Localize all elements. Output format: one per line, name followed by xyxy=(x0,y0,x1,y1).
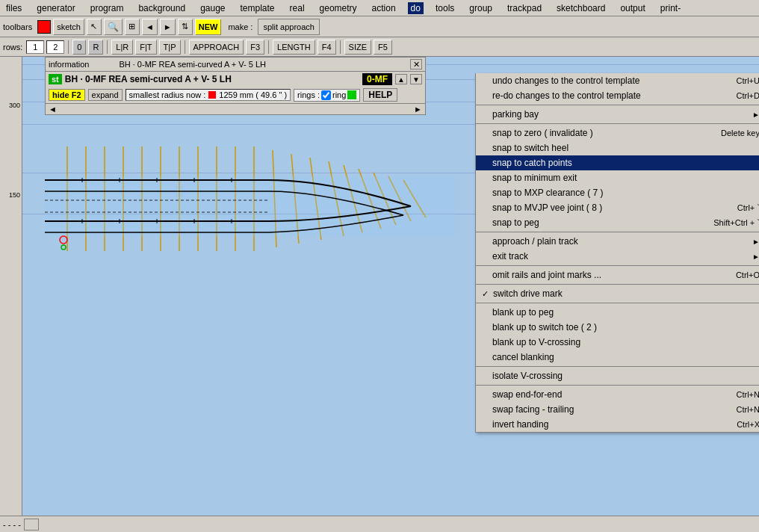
ring-checkbox[interactable] xyxy=(321,90,331,100)
sep-4 xyxy=(476,265,759,266)
menu-snap-catch-label: snap to catch points xyxy=(492,158,572,168)
info-panel-row2: hide F2 expand smallest radius now : 125… xyxy=(46,87,425,103)
info-scroll-up-btn[interactable]: ▲ xyxy=(395,74,407,84)
rows-input-1[interactable] xyxy=(26,40,44,54)
sketch-btn[interactable]: sketch xyxy=(53,19,84,35)
rows-label: rows: xyxy=(3,43,22,52)
new-btn[interactable]: NEW xyxy=(195,19,222,35)
sep-7 xyxy=(476,366,759,367)
color-box[interactable] xyxy=(37,20,51,34)
swap-end-shortcut: Ctrl+N xyxy=(737,390,759,399)
btn-lr[interactable]: L|R xyxy=(111,40,133,55)
sep3 xyxy=(185,40,185,54)
btn-approach[interactable]: APPROACH xyxy=(189,40,244,55)
menu-swap-end[interactable]: swap end-for-end Ctrl+N xyxy=(476,387,759,402)
info-panel-subtitle: BH · 0-MF REA semi-curved A + V- 5 LH xyxy=(119,60,266,69)
menu-real[interactable]: real xyxy=(287,2,308,14)
menu-snap-heel-label: snap to switch heel xyxy=(492,143,569,153)
menu-blank-switch[interactable]: blank up to switch toe ( 2 ) xyxy=(476,320,759,335)
radius-red-square xyxy=(208,91,216,99)
menu-approach-plain-label: approach / plain track xyxy=(492,236,578,247)
btn-approach-key[interactable]: F3 xyxy=(246,40,264,55)
btn-tip[interactable]: T|P xyxy=(159,40,181,55)
info-radius-box: smallest radius now : 1259 mm ( 49.6 " ) xyxy=(126,89,291,101)
menu-snap-min-exit-label: snap to minimum exit xyxy=(492,173,577,183)
btn-length-key[interactable]: F4 xyxy=(317,40,336,55)
menu-undo[interactable]: undo changes to the control template Ctr… xyxy=(476,73,759,88)
menu-redo[interactable]: re-do changes to the control template Ct… xyxy=(476,88,759,103)
menu-group[interactable]: group xyxy=(466,2,495,14)
menu-blank-peg[interactable]: blank up to peg xyxy=(476,305,759,320)
info-scroll-down-btn[interactable]: ▼ xyxy=(410,74,422,84)
info-panel-close-btn[interactable]: ✕ xyxy=(410,59,422,69)
menu-output[interactable]: output xyxy=(617,2,648,14)
menu-files[interactable]: files xyxy=(3,2,25,14)
cursor-btn[interactable]: ↖ xyxy=(87,19,102,35)
btn-r[interactable]: R xyxy=(88,40,103,55)
menu-generator[interactable]: generator xyxy=(34,2,78,14)
menu-background[interactable]: background xyxy=(135,2,188,14)
menu-switch-drive[interactable]: switch drive mark xyxy=(476,286,759,301)
menu-tools[interactable]: tools xyxy=(433,2,457,14)
toolbar-row1: toolbars sketch ↖ 🔍 ⊞ ◄ ► ⇅ NEW make : s… xyxy=(0,16,759,37)
split-approach-btn[interactable]: split approach xyxy=(258,19,320,35)
menu-snap-peg[interactable]: snap to peg Shift+Ctrl + ` xyxy=(476,215,759,230)
menu-isolate-v[interactable]: isolate V-crossing xyxy=(476,368,759,383)
menu-program[interactable]: program xyxy=(87,2,127,14)
menu-gauge[interactable]: gauge xyxy=(197,2,228,14)
menu-redo-label: re-do changes to the control template xyxy=(492,90,641,101)
svg-point-28 xyxy=(61,245,66,250)
menu-snap-mxp[interactable]: snap to MXP clearance ( 7 ) xyxy=(476,185,759,200)
btn-size-key[interactable]: F5 xyxy=(374,40,392,55)
menu-swap-facing-label: swap facing - trailing xyxy=(492,404,574,415)
menu-snap-min-exit[interactable]: snap to minimum exit xyxy=(476,170,759,185)
grid-btn[interactable]: ⊞ xyxy=(125,19,140,35)
menu-parking-bay[interactable]: parking bay ► xyxy=(476,107,759,122)
status-box xyxy=(24,519,39,531)
info-expand-btn[interactable]: expand xyxy=(88,89,123,101)
track-visualization xyxy=(45,132,456,281)
canvas-area[interactable]: information BH · 0-MF REA semi-curved A … xyxy=(22,57,759,516)
svg-rect-20 xyxy=(45,176,456,236)
info-hide-btn[interactable]: hide F2 xyxy=(49,89,85,101)
menu-invert-hand[interactable]: invert handing Ctrl+X xyxy=(476,417,759,432)
scroll-left-arrow[interactable]: ◄ xyxy=(49,105,57,114)
sep-8 xyxy=(476,385,759,386)
btn-length[interactable]: LENGTH xyxy=(273,40,315,55)
menu-exit-track[interactable]: exit track ► xyxy=(476,249,759,264)
menu-approach-plain[interactable]: approach / plain track ► xyxy=(476,234,759,249)
menu-trackpad[interactable]: trackpad xyxy=(504,2,545,14)
btn-size[interactable]: SIZE xyxy=(344,40,371,55)
info-panel-header: information BH · 0-MF REA semi-curved A … xyxy=(46,58,425,72)
menu-geometry[interactable]: geometry xyxy=(317,2,360,14)
menu-undo-shortcut: Ctrl+U xyxy=(737,76,759,85)
menu-snap-mxp-label: snap to MXP clearance ( 7 ) xyxy=(492,188,604,198)
menu-swap-facing[interactable]: swap facing - trailing Ctrl+N xyxy=(476,402,759,417)
menu-snap-mvjp[interactable]: snap to MVJP vee joint ( 8 ) Ctrl+ ` xyxy=(476,200,759,215)
info-panel-row1: st BH · 0-MF REA semi-curved A + V- 5 LH… xyxy=(46,72,425,87)
sep-5 xyxy=(476,284,759,285)
menu-do[interactable]: do xyxy=(408,2,424,14)
menu-redo-shortcut: Ctrl+D xyxy=(737,91,759,100)
menu-omit-rails[interactable]: omit rails and joint marks ... Ctrl+O xyxy=(476,267,759,282)
btn-0[interactable]: 0 xyxy=(72,40,86,55)
menu-snap-catch[interactable]: snap to catch points ◀ xyxy=(476,155,759,170)
btn-fit[interactable]: F|T xyxy=(135,40,156,55)
menu-blank-vcross[interactable]: blank up to V-crossing xyxy=(476,335,759,350)
info-help-btn[interactable]: HELP xyxy=(363,88,397,102)
scroll-right-arrow[interactable]: ► xyxy=(414,105,422,114)
info-name-label: BH · 0-MF REA semi-curved A + V- 5 LH xyxy=(65,74,359,84)
sort-btn[interactable]: ⇅ xyxy=(178,19,193,35)
magnify-btn[interactable]: 🔍 xyxy=(104,19,123,35)
menu-action[interactable]: action xyxy=(369,2,399,14)
menu-snap-zero[interactable]: snap to zero ( invalidate ) Delete key xyxy=(476,126,759,140)
menu-sketchboard[interactable]: sketchboard xyxy=(554,2,608,14)
menu-snap-heel[interactable]: snap to switch heel xyxy=(476,140,759,155)
back-btn[interactable]: ◄ xyxy=(142,19,158,35)
sep4 xyxy=(268,40,269,54)
fwd-btn[interactable]: ► xyxy=(160,19,176,35)
rows-input-2[interactable] xyxy=(46,40,64,54)
menu-template[interactable]: template xyxy=(238,2,278,14)
menu-print[interactable]: print- xyxy=(657,2,684,14)
menu-cancel-blank[interactable]: cancel blanking xyxy=(476,350,759,365)
